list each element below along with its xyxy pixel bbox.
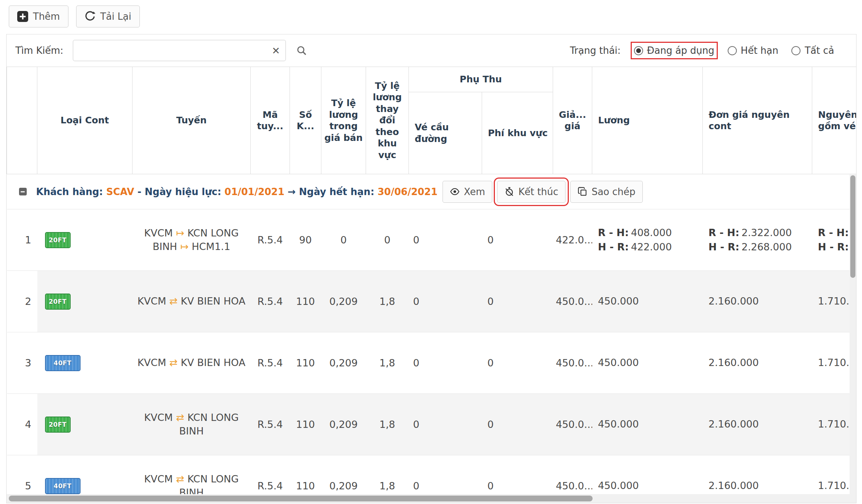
header-ve-cau-duong[interactable]: Vé cầu đường xyxy=(409,92,482,174)
value-line: 450.000 xyxy=(598,356,703,370)
container-20ft-icon: 20FT xyxy=(45,232,71,248)
value-line: 450.000 xyxy=(598,294,703,308)
date-arrow: → xyxy=(288,186,296,197)
route-cell: KVCM ⇄ KCN LONG BINH xyxy=(133,394,251,455)
salary-cell: 450.000 xyxy=(592,394,703,455)
header-tuyen[interactable]: Tuyến xyxy=(133,67,251,174)
separator: - xyxy=(138,186,142,197)
clear-search-icon[interactable]: ✕ xyxy=(272,46,280,56)
route-code-cell: R.5.4 xyxy=(251,394,290,455)
customer-label: Khách hàng: xyxy=(36,186,103,197)
effective-date-label: Ngày hiệu lực: xyxy=(145,186,221,197)
header-ty-le-luong-thay-doi[interactable]: Tỷ lệ lương thay đổi theo khu vực xyxy=(366,67,409,174)
route-code-cell: R.5.4 xyxy=(251,332,290,394)
collapse-icon[interactable] xyxy=(19,188,27,195)
unit-price-cell: 2.160.000 xyxy=(703,394,812,455)
table-row: 420FTKVCM ⇄ KCN LONG BINHR.5.41100,2091,… xyxy=(7,394,857,455)
value-line: 2.160.000 xyxy=(709,294,812,308)
search-icon[interactable] xyxy=(296,45,307,56)
table-viewport: Loại Cont Tuyến Mã tuy... Số K... Tỷ lệ … xyxy=(7,67,856,503)
vertical-scrollbar[interactable] xyxy=(850,175,856,494)
status-radio-dang-ap-dung[interactable]: Đang áp dụng xyxy=(634,45,714,56)
route-code-cell: R.5.4 xyxy=(251,271,290,332)
route-cell: KVCM ⇄ KV BIEN HOA xyxy=(133,332,251,394)
header-ma-tuyen[interactable]: Mã tuy... xyxy=(251,67,290,174)
salary-ratio-region-cell: 1,8 xyxy=(366,271,409,332)
header-ty-le-luong-trong-gia-ban[interactable]: Tỷ lệ lương trong giá bán xyxy=(321,67,366,174)
search-field: ✕ xyxy=(73,40,286,61)
horizontal-scrollbar[interactable] xyxy=(7,494,856,503)
end-button-label: Kết thúc xyxy=(518,186,558,197)
km-cell: 110 xyxy=(290,332,321,394)
add-button[interactable]: Thêm xyxy=(9,5,68,27)
value-line: H - R:422.000 xyxy=(598,240,703,254)
container-20ft-icon: 20FT xyxy=(45,417,71,433)
status-radio-tat-ca[interactable]: Tất cả xyxy=(791,45,834,56)
status-filter-group: Trạng thái: Đang áp dụng Hết hạn Tất cả xyxy=(570,45,834,56)
route-arrow-icon: ⇄ xyxy=(173,473,187,485)
salary-ratio-region-cell: 1,8 xyxy=(366,332,409,394)
radio-icon xyxy=(791,46,801,55)
toll-fee-cell: 0 xyxy=(409,332,482,394)
header-luong[interactable]: Lương xyxy=(592,67,703,174)
status-radio-het-han[interactable]: Hết hạn xyxy=(728,45,779,56)
header-phi-khu-vuc[interactable]: Phí khu vực xyxy=(482,92,553,174)
header-so-km[interactable]: Số K... xyxy=(290,67,321,174)
route-arrow-icon: ↦ xyxy=(177,241,192,252)
contract-group-row: Khách hàng: SCAV - Ngày hiệu lực: 01/01/… xyxy=(7,174,857,209)
value-line: 450.000 xyxy=(598,417,703,431)
header-nguyen-gia[interactable]: Nguyên g gồm vé c xyxy=(812,67,857,174)
price-cell: 450.0... xyxy=(553,271,592,332)
table-row: 120FTKVCM ↦ KCN LONG BINH ↦ HCM1.1R.5.49… xyxy=(7,209,857,271)
search-input[interactable] xyxy=(73,40,286,61)
copy-button[interactable]: Sao chép xyxy=(570,181,643,203)
table-row: 220FTKVCM ⇄ KV BIEN HOAR.5.41100,2091,80… xyxy=(7,271,857,332)
container-type-cell: 20FT xyxy=(37,394,133,455)
salary-ratio-region-cell: 0 xyxy=(366,209,409,271)
price-cell: 450.0... xyxy=(553,332,592,394)
salary-ratio-cell: 0,209 xyxy=(321,271,366,332)
contract-actions: Xem Kết thúc xyxy=(443,181,643,203)
header-giam-gia[interactable]: Giả... giá xyxy=(553,67,592,174)
view-button[interactable]: Xem xyxy=(443,181,492,203)
price-cell: 450.0... xyxy=(553,394,592,455)
end-button[interactable]: Kết thúc xyxy=(497,181,566,203)
salary-ratio-cell: 0,209 xyxy=(321,394,366,455)
radio-icon xyxy=(728,46,737,55)
horizontal-scrollbar-thumb[interactable] xyxy=(9,496,593,501)
refresh-icon xyxy=(85,11,96,22)
reload-button[interactable]: Tải Lại xyxy=(76,5,140,27)
pricing-table: Loại Cont Tuyến Mã tuy... Số K... Tỷ lệ … xyxy=(7,67,856,503)
reload-button-label: Tải Lại xyxy=(100,11,131,22)
copy-button-label: Sao chép xyxy=(592,186,635,197)
copy-icon xyxy=(578,187,587,197)
toll-fee-cell: 0 xyxy=(409,209,482,271)
header-loai-cont[interactable]: Loại Cont xyxy=(37,67,133,174)
search-label: Tìm Kiếm: xyxy=(15,45,63,56)
plus-icon xyxy=(17,11,28,22)
row-number-cell: 4 xyxy=(7,394,37,455)
filter-bar: Tìm Kiếm: ✕ Trạng thái: Đang áp dụng Hết… xyxy=(7,34,856,67)
timer-off-icon xyxy=(504,187,514,197)
table-row: 340FTKVCM ⇄ KV BIEN HOAR.5.41100,2091,80… xyxy=(7,332,857,394)
route-arrow-icon: ⇄ xyxy=(173,412,187,423)
contract-group-title: Khách hàng: SCAV - Ngày hiệu lực: 01/01/… xyxy=(36,186,438,197)
expiry-date-value: 30/06/2021 xyxy=(378,186,438,197)
value-line: 2.160.000 xyxy=(709,417,812,431)
route-arrow-icon: ⇄ xyxy=(166,295,181,307)
header-phu-thu: Phụ Thu xyxy=(409,67,553,92)
radio-selected-icon xyxy=(634,46,643,55)
region-fee-cell: 0 xyxy=(482,271,553,332)
value-line: 2.160.000 xyxy=(709,356,812,370)
eye-icon xyxy=(450,187,460,197)
km-cell: 110 xyxy=(290,271,321,332)
toll-fee-cell: 0 xyxy=(409,271,482,332)
vertical-scrollbar-thumb[interactable] xyxy=(850,175,855,278)
container-type-cell: 20FT xyxy=(37,209,133,271)
value-line: 450.000 xyxy=(598,479,703,493)
salary-cell: 450.000 xyxy=(592,332,703,394)
km-cell: 90 xyxy=(290,209,321,271)
salary-ratio-region-cell: 1,8 xyxy=(366,394,409,455)
row-number-cell: 3 xyxy=(7,332,37,394)
header-don-gia-nguyen-cont[interactable]: Đơn giá nguyên cont xyxy=(703,67,812,174)
